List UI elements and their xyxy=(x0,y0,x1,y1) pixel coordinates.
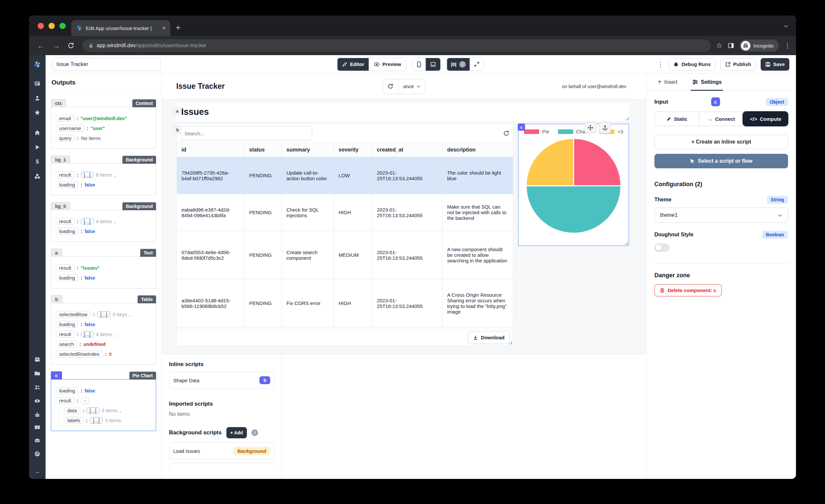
window-controls xyxy=(38,23,66,29)
refresh-button[interactable] xyxy=(383,79,399,94)
star-icon[interactable] xyxy=(34,109,41,116)
inline-script-item[interactable]: Shape Data b xyxy=(169,372,275,389)
info-icon: i xyxy=(459,61,466,68)
groups-icon[interactable] xyxy=(34,384,41,390)
background-script-item[interactable]: Load Issues Background xyxy=(169,442,275,459)
url-bar[interactable]: app.windmill.dev/apps/edit/u/user/issue-… xyxy=(82,39,711,52)
github-icon[interactable] xyxy=(34,450,41,457)
reload-button[interactable] xyxy=(65,42,77,49)
schedule-dropdown[interactable]: once xyxy=(399,79,425,94)
download-button[interactable]: Download xyxy=(468,332,510,344)
collapse-rail[interactable]: → xyxy=(29,464,46,479)
component-a-text[interactable]: a Issues xyxy=(176,103,630,121)
component-chip-c[interactable]: c xyxy=(518,124,525,131)
publish-button[interactable]: Publish xyxy=(721,58,756,71)
app-canvas: Issue Tracker once on behalf of xyxy=(162,74,646,479)
mobile-view-button[interactable] xyxy=(412,58,426,71)
static-mode-button[interactable]: Static xyxy=(655,112,699,126)
move-icon xyxy=(587,125,593,131)
schedules-icon[interactable] xyxy=(34,356,41,363)
apps-icon[interactable] xyxy=(34,80,41,87)
background-script-item-partial[interactable] xyxy=(169,463,275,468)
debug-runs-button[interactable]: Debug Runs xyxy=(668,58,716,71)
resize-handle[interactable] xyxy=(626,117,629,120)
output-tab-ctx[interactable]: ctx xyxy=(51,99,66,107)
tab-insert[interactable]: + Insert xyxy=(658,74,677,90)
editor-tab[interactable]: Editor xyxy=(337,58,369,71)
more-menu-icon[interactable]: ⋮ xyxy=(657,60,664,68)
preview-tab[interactable]: Preview xyxy=(369,58,406,71)
tab-settings[interactable]: Settings xyxy=(692,74,722,90)
side-panel-icon[interactable] xyxy=(728,42,734,49)
browser-menu-icon[interactable]: ⋮ xyxy=(784,42,791,50)
back-button[interactable]: ← xyxy=(34,41,48,50)
desktop-view-button[interactable] xyxy=(426,58,441,71)
select-script-button[interactable]: Select a script or flow xyxy=(654,154,788,168)
move-handle[interactable] xyxy=(584,122,596,133)
table-row[interactable]: eaba8d96-e387-4d2d-8494-096e4143b8fa PEN… xyxy=(177,194,513,231)
eye-icon xyxy=(374,62,380,67)
resources-icon[interactable] xyxy=(34,173,41,179)
docs-icon[interactable] xyxy=(34,424,41,431)
workers-icon[interactable] xyxy=(34,412,41,418)
tab-search-chevron-icon[interactable] xyxy=(783,23,789,29)
sliders-icon xyxy=(692,79,698,85)
forward-button[interactable]: → xyxy=(50,41,63,50)
table-search-input[interactable] xyxy=(180,126,312,140)
lock-icon xyxy=(88,43,93,48)
collapse-arrow-icon: → xyxy=(34,469,40,475)
output-tab-bg0[interactable]: bg_0 xyxy=(51,202,70,210)
runs-icon[interactable] xyxy=(34,144,41,150)
table-row[interactable]: 07da0553-4e6e-4d56-8ded-5fd0f7d5c3c2 PEN… xyxy=(177,231,513,279)
tab-close-icon[interactable]: × xyxy=(162,25,166,32)
table-row[interactable]: a36e4402-51d8-4d15-b566-119088b8cb52 PEN… xyxy=(177,279,513,328)
browser-tab[interactable]: Edit App u/user/issue-tracker | × xyxy=(71,20,170,36)
close-window-button[interactable] xyxy=(38,23,44,29)
info-icon: i xyxy=(251,429,258,436)
table-refresh-icon[interactable] xyxy=(503,130,510,137)
delete-component-button[interactable]: Delete component: c xyxy=(654,284,722,296)
table-row[interactable]: 794208f5-2735-428a-b4af-b071ff0a2962 PEN… xyxy=(177,157,513,194)
bookmark-star-icon[interactable]: ☆ xyxy=(716,42,722,50)
variables-icon[interactable]: $ xyxy=(35,158,39,165)
discord-icon[interactable] xyxy=(34,437,41,444)
home-icon[interactable] xyxy=(34,129,41,136)
app-name-input[interactable] xyxy=(52,58,161,71)
output-tab-c[interactable]: c xyxy=(51,371,62,379)
resize-handle[interactable] xyxy=(625,241,628,244)
create-inline-script-button[interactable]: + Create an inline script xyxy=(654,135,788,149)
doughnut-toggle[interactable] xyxy=(654,243,670,252)
pie-slice-heart xyxy=(526,138,574,186)
output-tab-b[interactable]: b xyxy=(51,295,62,303)
folders-icon[interactable] xyxy=(34,370,41,377)
anchor-handle[interactable] xyxy=(599,122,611,133)
minimize-window-button[interactable] xyxy=(49,23,55,29)
connect-mode-button[interactable]: → Connect xyxy=(699,112,744,126)
bug-icon xyxy=(673,61,679,67)
theme-select[interactable]: theme1 xyxy=(654,208,788,223)
pencil-icon xyxy=(342,62,347,67)
compute-mode-button[interactable]: </> Compute xyxy=(743,112,788,126)
audit-icon[interactable] xyxy=(34,398,41,404)
resize-handle[interactable] xyxy=(509,341,512,344)
add-background-script-button[interactable]: + Add xyxy=(226,427,247,438)
output-tab-bg1[interactable]: bg_1 xyxy=(51,155,70,164)
hide-outputs-button[interactable]: |0| i xyxy=(447,58,470,71)
output-tab-a[interactable]: a xyxy=(51,248,62,257)
pie-chart[interactable] xyxy=(525,137,622,235)
issues-table: id status summary severity created_at de… xyxy=(177,143,513,345)
component-chip-a[interactable]: a xyxy=(173,107,181,115)
app-header: Issue Tracker once on behalf of xyxy=(162,74,646,99)
external-link-icon xyxy=(725,62,731,67)
component-c-piechart[interactable]: c Pie Charts <3 xyxy=(518,124,629,246)
new-tab-button[interactable]: + xyxy=(175,22,180,33)
legend-swatch-charts xyxy=(558,129,573,134)
component-chip-b[interactable]: b xyxy=(174,126,181,133)
windmill-logo[interactable] xyxy=(29,55,46,74)
browser-window: Edit App u/user/issue-tracker | × + ← → … xyxy=(29,15,796,479)
zoom-window-button[interactable] xyxy=(59,23,66,29)
user-icon[interactable] xyxy=(34,95,41,101)
fullscreen-button[interactable] xyxy=(470,58,483,71)
save-button[interactable]: Save xyxy=(761,58,790,71)
url-text: app.windmill.dev/apps/edit/u/user/issue-… xyxy=(97,43,207,49)
